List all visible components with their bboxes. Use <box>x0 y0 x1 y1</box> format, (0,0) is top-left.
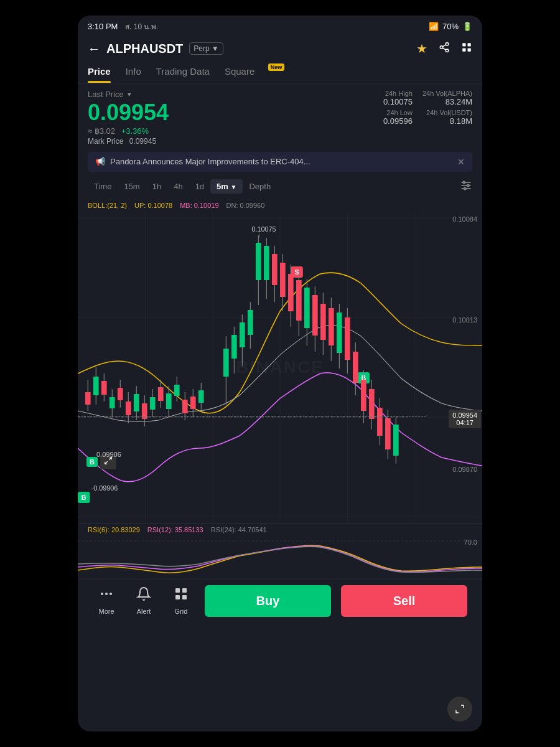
back-button[interactable]: ← <box>88 42 100 56</box>
chart-settings-icon[interactable] <box>460 179 472 194</box>
svg-rect-8 <box>468 48 471 51</box>
bottom-bar: More Alert Grid Buy Sell <box>78 580 482 624</box>
svg-rect-43 <box>158 387 164 401</box>
mark-price-label: Mark Price <box>88 137 123 146</box>
chart-area[interactable]: BINANCE 0.10084 0.10013 0.09870 0.09954 … <box>78 212 482 523</box>
battery-icon: 🔋 <box>462 22 472 31</box>
svg-rect-102 <box>369 389 375 419</box>
svg-text:-0.09906: -0.09906 <box>91 485 118 492</box>
rsi-chart: 70.0 <box>78 536 482 580</box>
time-btn-15m[interactable]: 15m <box>118 179 146 194</box>
svg-point-115 <box>110 593 112 595</box>
svg-rect-98 <box>353 352 358 383</box>
time-btn-4h[interactable]: 4h <box>167 179 189 194</box>
svg-rect-53 <box>198 390 204 403</box>
svg-rect-68 <box>256 243 261 280</box>
svg-rect-45 <box>166 393 172 409</box>
pair-type[interactable]: Perp ▼ <box>189 42 223 55</box>
alert-label: Alert <box>137 608 151 615</box>
rsi6-label: RSI(6): 20.83029 <box>88 526 140 533</box>
grid-icon <box>174 586 189 605</box>
svg-rect-25 <box>85 392 91 405</box>
vol-alpha-label: 24h Vol(ALPHA) <box>422 90 472 97</box>
time-btn-1h[interactable]: 1h <box>146 179 167 194</box>
price-change: +3.36% <box>121 126 149 136</box>
more-label: More <box>98 608 114 615</box>
svg-point-2 <box>446 49 449 52</box>
price-label-mid: 0.10013 <box>452 316 477 324</box>
svg-rect-41 <box>150 397 156 410</box>
news-text: Pandora Announces Major Improvements to … <box>110 157 310 166</box>
boll-up: UP: 0.10078 <box>134 202 172 209</box>
low-label: 24h Low <box>363 109 413 116</box>
grid-label: Grid <box>175 608 188 615</box>
new-badge: New <box>268 63 285 71</box>
time-btn-time[interactable]: Time <box>88 179 118 194</box>
grid-layout-icon[interactable] <box>461 42 472 56</box>
baht-value: ≈ ฿3.02 <box>88 126 115 136</box>
price-label-high: 0.10084 <box>452 215 477 223</box>
svg-rect-88 <box>320 304 326 340</box>
sell-button[interactable]: Sell <box>341 585 467 617</box>
svg-point-0 <box>446 42 449 45</box>
svg-line-3 <box>442 48 446 50</box>
price-dropdown-icon[interactable]: ▼ <box>126 91 133 98</box>
favorite-icon[interactable]: ★ <box>416 41 427 56</box>
high-label: 24h High <box>363 90 413 97</box>
buy-button[interactable]: Buy <box>205 585 331 617</box>
svg-rect-117 <box>182 588 187 593</box>
status-right: 📶 70% 🔋 <box>429 22 472 31</box>
price-label-low: 0.09870 <box>452 466 477 473</box>
status-bar: 3:10 PM ส. 10 น.พ. 📶 70% 🔋 <box>78 16 482 37</box>
last-price-label: Last Price <box>88 90 124 99</box>
svg-point-114 <box>105 593 108 595</box>
mark-price-value: 0.09945 <box>129 137 156 146</box>
news-close-button[interactable]: ✕ <box>457 157 465 167</box>
fab-button[interactable] <box>447 697 472 721</box>
news-icon: 📢 <box>95 157 105 166</box>
svg-text:S: S <box>294 269 299 276</box>
tab-info[interactable]: Info <box>126 60 141 83</box>
svg-line-4 <box>442 44 446 46</box>
tab-square[interactable]: Square New <box>225 60 272 83</box>
svg-rect-108 <box>393 425 399 456</box>
rsi12-label: RSI(12): 35.85133 <box>147 526 203 533</box>
vol-alpha-value: 83.24M <box>422 97 472 106</box>
price-stats: 24h High 0.10075 24h Vol(ALPHA) 83.24M 2… <box>363 90 472 126</box>
svg-rect-60 <box>223 349 229 377</box>
svg-rect-27 <box>93 377 99 395</box>
svg-rect-51 <box>190 397 196 409</box>
time-btn-5m[interactable]: 5m ▼ <box>210 179 243 194</box>
svg-rect-82 <box>296 280 302 321</box>
header: ← ALPHAUSDT Perp ▼ ★ <box>78 37 482 60</box>
grid-action[interactable]: Grid <box>162 586 200 615</box>
svg-rect-116 <box>175 588 180 593</box>
svg-rect-86 <box>312 295 318 336</box>
current-price: 0.09954 <box>452 411 477 419</box>
depth-btn[interactable]: Depth <box>243 179 277 194</box>
tab-trading-data[interactable]: Trading Data <box>156 60 210 83</box>
more-action[interactable]: More <box>88 586 125 615</box>
share-icon[interactable] <box>439 42 450 56</box>
svg-line-111 <box>105 461 108 464</box>
svg-rect-94 <box>345 317 350 360</box>
rsi24-label: RSI(24): 44.70541 <box>211 526 267 533</box>
alert-action[interactable]: Alert <box>125 586 162 615</box>
tab-price[interactable]: Price <box>88 60 111 83</box>
vol-usdt-label: 24h Vol(USDT) <box>422 109 472 116</box>
alert-icon <box>136 586 151 605</box>
svg-rect-118 <box>175 595 180 599</box>
svg-rect-6 <box>468 43 471 46</box>
svg-rect-84 <box>304 288 310 328</box>
wifi-icon: 📶 <box>429 22 439 31</box>
svg-rect-92 <box>337 312 342 353</box>
svg-rect-64 <box>240 322 245 347</box>
boll-label: BOLL:(21, 2) <box>88 202 127 209</box>
low-value: 0.09596 <box>363 116 413 126</box>
svg-point-14 <box>464 187 466 189</box>
svg-rect-70 <box>264 246 269 280</box>
time-btn-1d[interactable]: 1d <box>189 179 210 194</box>
price-label-09906: 0.09906 <box>96 451 121 458</box>
svg-rect-31 <box>110 397 115 408</box>
svg-text:B: B <box>82 494 86 501</box>
